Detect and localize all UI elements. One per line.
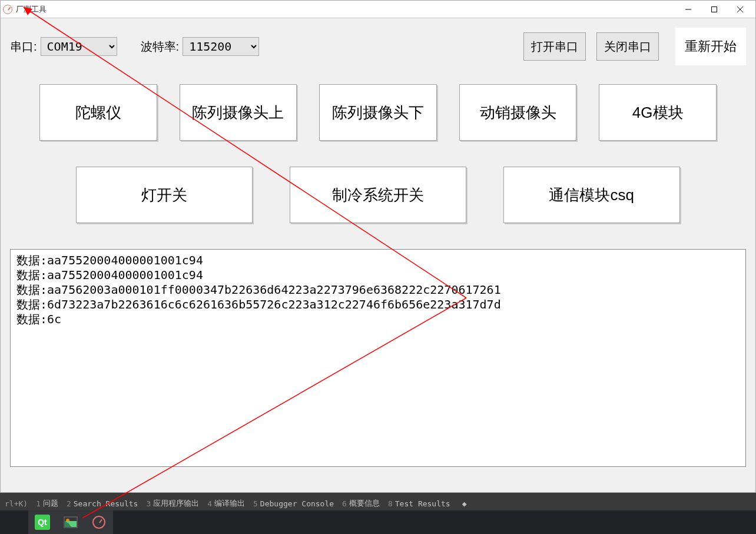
taskbar-start[interactable]	[0, 510, 28, 534]
svg-rect-1	[712, 6, 717, 12]
app-icon	[3, 5, 12, 14]
taskbar-factory-tool-icon[interactable]	[85, 510, 113, 534]
window-title: 厂测工具	[16, 4, 47, 15]
display-cam-down-button[interactable]: 陈列摄像头下	[319, 84, 437, 141]
gyro-button[interactable]: 陀螺仪	[39, 84, 157, 141]
serial-port-select[interactable]: COM19	[41, 37, 117, 56]
motion-cam-button[interactable]: 动销摄像头	[459, 84, 577, 141]
ide-status-bar: rl+K) 1 问题 2 Search Results 3 应用程序输出 4 编…	[0, 496, 756, 510]
open-port-button[interactable]: 打开串口	[523, 32, 586, 61]
close-port-button[interactable]: 关闭串口	[596, 32, 659, 61]
comm-csq-button[interactable]: 通信模块csq	[503, 167, 680, 223]
ide-tab-app-output[interactable]: 3 应用程序输出	[146, 498, 199, 509]
maximize-button[interactable]	[701, 1, 727, 18]
taskbar: Qt	[0, 510, 756, 534]
taskbar-qt-icon[interactable]: Qt	[28, 510, 57, 534]
ide-tab-compile[interactable]: 4 编译输出	[207, 498, 245, 509]
ide-tab-tests[interactable]: 8 Test Results	[388, 499, 450, 508]
close-button[interactable]	[727, 1, 753, 18]
baud-rate-label: 波特率:	[141, 39, 180, 55]
titlebar[interactable]: 厂测工具	[1, 1, 755, 18]
app-window: 厂测工具 串口: COM19 波特率:	[0, 0, 756, 493]
fourg-module-button[interactable]: 4G模块	[599, 84, 717, 141]
log-output[interactable]	[10, 249, 746, 467]
baud-rate-select[interactable]: 115200	[183, 37, 259, 56]
ide-tabs-more-icon[interactable]: ◆	[462, 499, 467, 508]
serial-port-label: 串口:	[10, 39, 37, 55]
shortcut-hint: rl+K)	[5, 499, 28, 508]
cooling-switch-button[interactable]: 制冷系统开关	[290, 167, 466, 223]
minimize-button[interactable]	[675, 1, 701, 18]
ide-tab-search[interactable]: 2 Search Results	[67, 499, 138, 508]
display-cam-up-button[interactable]: 陈列摄像头上	[180, 84, 297, 141]
ide-tab-problems[interactable]: 1 问题	[36, 498, 58, 509]
restart-button[interactable]: 重新开始	[675, 28, 746, 65]
taskbar-image-viewer-icon[interactable]	[57, 510, 85, 534]
lamp-switch-button[interactable]: 灯开关	[76, 167, 253, 223]
ide-tab-debugger[interactable]: 5 Debugger Console	[253, 499, 334, 508]
ide-tab-summary[interactable]: 6 概要信息	[342, 498, 380, 509]
app-icon	[92, 516, 105, 529]
